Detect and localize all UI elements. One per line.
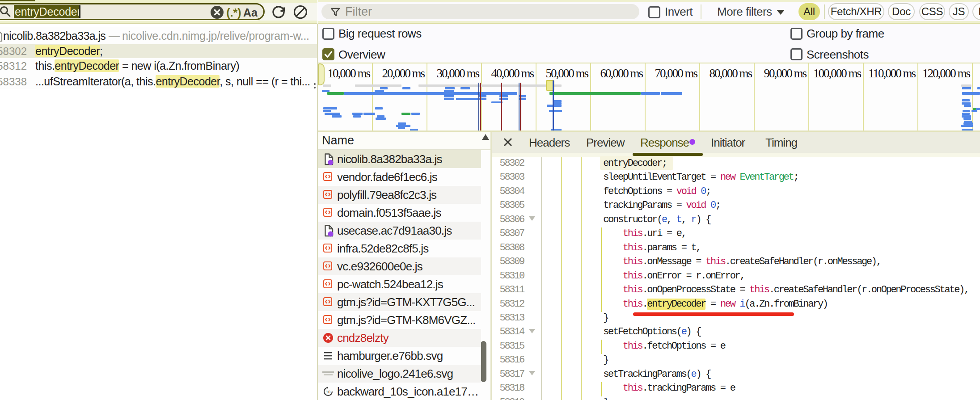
svg-text:10: 10 [326,390,330,394]
